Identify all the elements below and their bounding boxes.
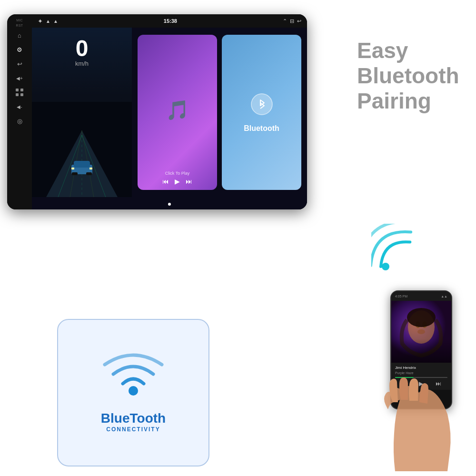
vol-up-button[interactable]: ◀+ bbox=[12, 71, 27, 85]
road-scene bbox=[32, 102, 132, 197]
svg-point-18 bbox=[382, 263, 389, 270]
screen-content: 0 km/h bbox=[32, 28, 307, 197]
svg-rect-15 bbox=[71, 168, 74, 169]
svg-rect-13 bbox=[72, 172, 78, 175]
signal-icon: ▲ bbox=[46, 19, 50, 24]
next-button[interactable]: ⏭ bbox=[186, 178, 192, 185]
speed-unit: km/h bbox=[75, 60, 89, 67]
title-line2: Bluetooth bbox=[357, 63, 462, 89]
main-screen: ✦ ▲ ▲ 15:38 ⌃ ⊟ ↩ 0 km/h bbox=[32, 14, 307, 209]
svg-rect-16 bbox=[89, 168, 92, 169]
vol-down-button[interactable]: ◀- bbox=[12, 100, 27, 113]
speed-value: 0 bbox=[75, 37, 89, 60]
prev-button[interactable]: ⏮ bbox=[162, 178, 169, 185]
dot-indicator bbox=[32, 197, 307, 209]
svg-rect-0 bbox=[16, 89, 19, 91]
rst-label: RST bbox=[16, 24, 23, 27]
mic-label: MIC bbox=[16, 19, 23, 22]
music-controls: Click To Play ⏮ ▶ ⏭ bbox=[142, 171, 212, 185]
status-right: ⌃ ⊟ ↩ bbox=[283, 18, 301, 24]
bluetooth-waves bbox=[371, 224, 447, 278]
window-icon: ⊟ bbox=[290, 18, 294, 24]
phone-time: 4:05 PM bbox=[395, 295, 407, 298]
status-time: 15:38 bbox=[164, 18, 177, 24]
phone-artist: Purple Haze bbox=[395, 371, 447, 375]
phone-bluetooth-icon bbox=[250, 92, 274, 120]
back-button[interactable]: ↩ bbox=[12, 57, 27, 70]
music-note-icon: 🎵 bbox=[166, 99, 189, 121]
click-to-play-label: Click To Play bbox=[165, 171, 189, 176]
svg-rect-3 bbox=[20, 93, 23, 96]
bt-sub-label: CONNECTIVITY bbox=[101, 426, 166, 433]
side-panel: MIC RST ⌂ ⚙ ↩ ◀+ ◀- ◎ bbox=[7, 14, 32, 209]
phone-status-bar: 4:05 PM ▲▲ bbox=[391, 291, 451, 301]
wifi-icon: ▲ bbox=[53, 19, 58, 24]
status-left: ✦ ▲ ▲ bbox=[38, 18, 58, 25]
svg-point-25 bbox=[129, 386, 138, 396]
bluetooth-tile[interactable]: Bluetooth bbox=[222, 35, 301, 190]
play-button[interactable]: ▶ bbox=[175, 178, 180, 185]
phone-album-art bbox=[391, 301, 451, 363]
bluetooth-status-icon: ✦ bbox=[38, 18, 43, 25]
dot-1 bbox=[168, 203, 171, 206]
hand-svg bbox=[362, 376, 471, 471]
bluetooth-connectivity-text: BlueTooth CONNECTIVITY bbox=[101, 411, 166, 433]
phone-signal-icons: ▲▲ bbox=[441, 295, 447, 298]
svg-point-24 bbox=[407, 308, 436, 327]
easy-bluetooth-pairing-title: Easy Bluetooth Pairing bbox=[357, 38, 462, 114]
phone-hand-group: 4:05 PM ▲▲ bbox=[362, 290, 471, 471]
music-tile[interactable]: 🎵 Click To Play ⏮ ▶ ⏭ bbox=[138, 35, 217, 190]
status-bar: ✦ ▲ ▲ 15:38 ⌃ ⊟ ↩ bbox=[32, 14, 307, 28]
back-icon: ↩ bbox=[297, 18, 301, 24]
bt-main-label: BlueTooth bbox=[101, 411, 166, 426]
car-radio-unit: MIC RST ⌂ ⚙ ↩ ◀+ ◀- ◎ ✦ ▲ ▲ 15:38 bbox=[7, 14, 307, 209]
home-button[interactable]: ⌂ bbox=[12, 29, 27, 42]
svg-rect-1 bbox=[20, 89, 23, 91]
title-line3: Pairing bbox=[357, 89, 462, 114]
playback-buttons[interactable]: ⏮ ▶ ⏭ bbox=[162, 178, 192, 185]
bluetooth-wifi-icon-large bbox=[100, 353, 167, 405]
apps-button[interactable] bbox=[12, 86, 27, 99]
phone-album-overlay bbox=[391, 339, 451, 363]
nav-button[interactable]: ◎ bbox=[12, 114, 27, 128]
expand-icon: ⌃ bbox=[283, 18, 287, 24]
phone-song-title: Jimi Hendrix bbox=[395, 366, 447, 370]
title-line1: Easy bbox=[357, 38, 462, 63]
bluetooth-connectivity-box: BlueTooth CONNECTIVITY bbox=[57, 319, 209, 466]
svg-rect-2 bbox=[16, 93, 19, 96]
right-text-block: Easy Bluetooth Pairing bbox=[357, 38, 462, 114]
svg-rect-12 bbox=[74, 161, 90, 168]
svg-rect-14 bbox=[86, 172, 92, 175]
svg-point-23 bbox=[417, 329, 425, 334]
dashboard: 0 km/h bbox=[32, 28, 132, 197]
speed-display: 0 km/h bbox=[75, 37, 89, 67]
settings-button[interactable]: ⚙ bbox=[12, 43, 27, 56]
app-tiles: 🎵 Click To Play ⏮ ▶ ⏭ bbox=[132, 28, 307, 197]
bluetooth-tile-label: Bluetooth bbox=[244, 124, 279, 133]
